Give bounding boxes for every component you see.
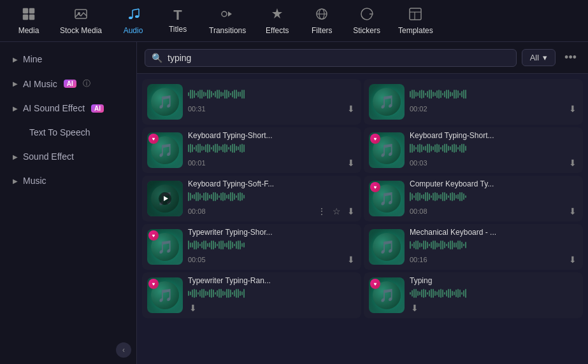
music-note-icon: 🎵 [157,239,173,255]
sidebar-item-ai-sound-effect[interactable]: ▶ AI Sound Effect AI [3,97,134,120]
thumb-inner: 🎵 [151,88,179,116]
audio-grid-scroll[interactable]: 🎵 00:31 ⬇ 🎵 [137,74,588,364]
music-note-icon: 🎵 [379,94,395,109]
sidebar-item-text-to-speech[interactable]: Text To Speech [3,121,134,144]
heart-badge: ♥ [370,134,380,144]
nav-item-media[interactable]: Media [6,2,51,40]
audio-item[interactable]: 🎵 00:02 ⬇ [364,79,583,125]
download-button[interactable]: ⬇ [188,302,198,314]
sidebar-item-music[interactable]: ▶ Music [3,169,134,192]
audio-thumbnail: ♥ 🎵 [147,229,183,265]
favorite-button[interactable]: ☆ [331,205,342,218]
svg-point-7 [135,15,139,18]
nav-label-stickers: Stickers [353,26,380,35]
svg-rect-3 [29,15,34,20]
audio-item[interactable]: ♥ 🎵 Keyboard Typing-Short... 00:03 ⬇ [364,127,583,173]
audio-item[interactable]: ♥ 🎵 Typing ⬇ [364,272,583,318]
audio-actions: ⋮ ☆ ⬇ [316,205,356,218]
download-button[interactable]: ⬇ [346,253,356,266]
search-input-wrapper: 🔍 [145,49,517,67]
download-button[interactable]: ⬇ [346,157,356,169]
chevron-mine-icon: ▶ [13,56,18,63]
audio-items-grid: 🎵 00:31 ⬇ 🎵 [142,79,583,318]
search-input[interactable] [168,53,510,63]
audio-thumbnail: ♥ 🎵 [369,181,405,216]
audio-info: Typing ⬇ [410,276,578,314]
svg-rect-2 [23,15,28,20]
svg-rect-17 [410,8,421,20]
audio-title: Mechanical Keyboard - ... [410,228,578,237]
media-icon [22,7,36,24]
filter-chevron-icon: ▾ [543,53,547,62]
svg-point-6 [129,17,133,19]
audio-item[interactable]: ♥ 🎵 Typewriter Typing-Shor... 00:05 ⬇ [142,224,361,270]
audio-actions: ⬇ [568,253,578,266]
nav-label-titles: Titles [169,25,187,34]
audio-actions: ⬇ [188,302,198,314]
music-note-icon: 🎵 [379,143,395,158]
music-note-icon: 🎵 [379,239,395,255]
download-button[interactable]: ⬇ [568,205,578,218]
audio-item[interactable]: ♥ 🎵 Typewriter Typing-Ran... ⬇ [142,272,361,318]
nav-label-effects: Effects [266,26,289,35]
nav-item-effects[interactable]: Effects [255,2,299,40]
audio-info: Keyboard Typing-Short... 00:03 ⬇ [410,131,578,169]
audio-thumbnail: ♥ 🎵 [369,277,405,313]
thumb-inner: 🎵 [373,88,401,116]
titles-icon: T [173,8,182,22]
audio-item[interactable]: ♥ 🎵 Keyboard Typing-Short... 00:01 ⬇ [142,127,361,173]
nav-item-filters[interactable]: Filters [299,2,344,40]
nav-item-titles[interactable]: T Titles [155,3,200,39]
chevron-ai-music-icon: ▶ [13,80,18,87]
chevron-music-icon: ▶ [13,178,18,185]
search-icon: 🔍 [152,53,162,63]
sidebar-collapse-button[interactable]: ‹ [116,342,131,358]
audio-duration: 00:31 [188,105,206,113]
audio-actions: ⬇ [346,102,356,115]
audio-info: Keyboard Typing-Short... 00:01 ⬇ [188,131,356,169]
filter-dropdown[interactable]: All ▾ [522,49,556,66]
audio-duration: 00:02 [410,105,427,113]
templates-icon [408,7,422,24]
audio-actions: ⬇ [568,157,578,169]
audio-item[interactable]: 🎵 00:31 ⬇ [142,79,361,125]
nav-label-templates: Templates [398,26,433,35]
sidebar-label-music: Music [23,176,47,186]
nav-item-stock-media[interactable]: Stock Media [51,2,111,40]
more-button[interactable]: ⋮ [316,205,327,218]
sidebar-label-sound-effect: Sound Effect [23,151,74,162]
audio-duration: 00:08 [188,207,206,215]
sidebar: ▶ Mine ▶ AI Music AI ⓘ ▶ AI Sound Effect… [0,42,137,364]
audio-title: Computer Keyboard Ty... [410,179,578,188]
audio-info: Typewriter Typing-Shor... 00:05 ⬇ [188,228,356,266]
audio-footer: 00:05 ⬇ [188,253,356,266]
download-button[interactable]: ⬇ [568,102,578,115]
more-options-button[interactable]: ••• [561,48,580,67]
nav-item-transitions[interactable]: Transitions [200,2,255,40]
download-button[interactable]: ⬇ [346,205,356,218]
chevron-sound-effect-icon: ▶ [13,153,18,160]
sidebar-item-mine[interactable]: ▶ Mine [3,48,134,71]
download-button[interactable]: ⬇ [346,102,356,115]
audio-item[interactable]: ♥ 🎵 Computer Keyboard Ty... 00:08 ⬇ [364,176,583,221]
audio-item[interactable]: 🎵 Keyboard Typing-Soft-F... 00:08 ⋮ ☆ ⬇ [142,176,361,221]
audio-item[interactable]: 🎵 Mechanical Keyboard - ... 00:16 ⬇ [364,224,583,270]
filter-label: All [530,53,539,62]
music-note-icon: 🎵 [157,94,173,109]
nav-item-stickers[interactable]: Stickers [344,2,389,40]
audio-info: Mechanical Keyboard - ... 00:16 ⬇ [410,228,578,266]
audio-title: Typewriter Typing-Shor... [188,228,356,237]
stock-media-icon [74,7,88,24]
sidebar-item-ai-music[interactable]: ▶ AI Music AI ⓘ [3,72,134,95]
play-overlay[interactable] [147,181,183,216]
nav-label-media: Media [18,26,39,35]
download-button[interactable]: ⬇ [568,157,578,169]
audio-title: Typing [410,276,578,285]
download-button[interactable]: ⬇ [410,302,420,314]
content-area: 🔍 All ▾ ••• 🎵 00:31 [137,42,588,364]
nav-item-templates[interactable]: Templates [389,2,442,40]
nav-item-audio[interactable]: Audio [111,2,155,40]
download-button[interactable]: ⬇ [568,253,578,266]
sidebar-item-sound-effect[interactable]: ▶ Sound Effect [3,145,134,168]
audio-title: Keyboard Typing-Short... [410,131,578,140]
